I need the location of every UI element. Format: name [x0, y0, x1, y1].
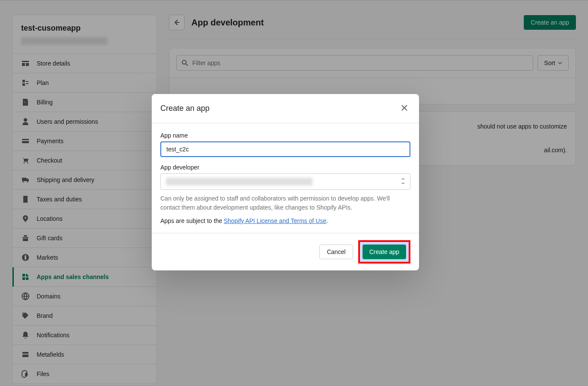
- consent-suffix: .: [326, 217, 328, 224]
- app-developer-select[interactable]: [160, 173, 410, 190]
- create-app-button[interactable]: Create app: [363, 245, 406, 259]
- app-developer-select-wrap: [160, 173, 410, 190]
- create-app-modal: Create an app App name App developer Can…: [152, 94, 419, 270]
- modal-header: Create an app: [152, 94, 419, 123]
- modal-body: App name App developer Can only be assig…: [152, 123, 419, 233]
- modal-title: Create an app: [160, 104, 210, 113]
- close-icon: [400, 104, 409, 112]
- consent-text: Apps are subject to the Shopify API Lice…: [160, 217, 410, 224]
- app-name-label: App name: [160, 132, 410, 139]
- developer-help-text: Can only be assigned to staff and collab…: [160, 194, 410, 212]
- developer-value-blurred: [166, 178, 313, 185]
- modal-footer: Cancel Create app: [152, 233, 419, 270]
- consent-prefix: Apps are subject to the: [160, 217, 224, 224]
- api-license-link[interactable]: Shopify API License and Terms of Use: [224, 217, 326, 224]
- modal-close-button[interactable]: [398, 102, 410, 115]
- app-name-input[interactable]: [160, 141, 410, 157]
- cancel-button[interactable]: Cancel: [319, 245, 353, 259]
- highlight-annotation: Create app: [358, 240, 410, 264]
- app-developer-label: App developer: [160, 164, 410, 171]
- select-chevron-icon: [400, 178, 406, 185]
